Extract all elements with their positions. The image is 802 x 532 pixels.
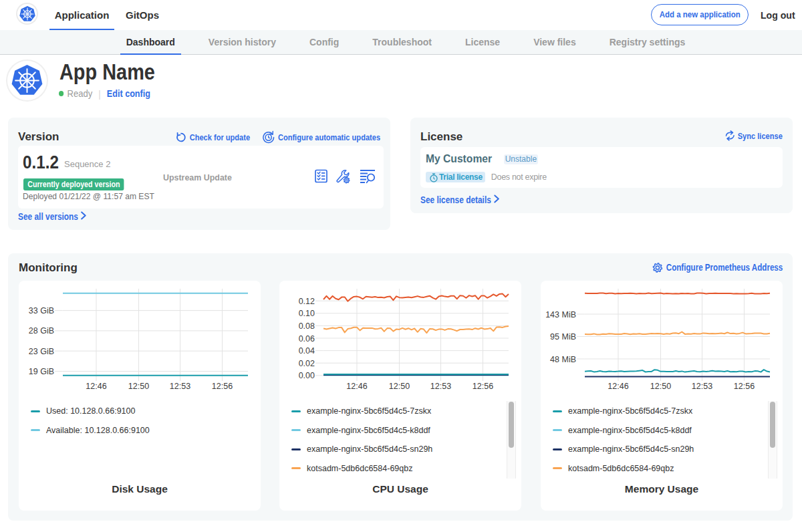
- svg-text:12:46: 12:46: [346, 382, 367, 391]
- svg-text:23 GiB: 23 GiB: [29, 347, 54, 356]
- svg-text:33 GiB: 33 GiB: [29, 306, 54, 315]
- svg-text:143 MiB: 143 MiB: [545, 310, 576, 319]
- svg-text:0.06: 0.06: [299, 334, 315, 344]
- svg-text:48 MiB: 48 MiB: [550, 355, 576, 364]
- svg-text:0.02: 0.02: [299, 359, 315, 368]
- svg-text:95 MiB: 95 MiB: [550, 332, 576, 342]
- svg-text:12:50: 12:50: [389, 382, 410, 391]
- svg-text:0.10: 0.10: [299, 309, 315, 318]
- svg-text:28 GiB: 28 GiB: [29, 326, 54, 336]
- svg-text:19 GiB: 19 GiB: [29, 367, 54, 376]
- svg-text:12:46: 12:46: [86, 382, 106, 391]
- svg-text:0.04: 0.04: [299, 346, 315, 356]
- svg-text:12:53: 12:53: [170, 382, 190, 391]
- svg-text:12:56: 12:56: [212, 382, 233, 391]
- svg-text:12:46: 12:46: [608, 382, 628, 391]
- svg-text:0.00: 0.00: [299, 371, 315, 380]
- svg-text:12:50: 12:50: [650, 382, 671, 391]
- svg-text:12:56: 12:56: [473, 382, 493, 391]
- svg-text:0.08: 0.08: [299, 321, 315, 331]
- svg-text:12:56: 12:56: [734, 382, 755, 391]
- svg-text:12:53: 12:53: [430, 382, 451, 391]
- svg-text:12:50: 12:50: [128, 382, 149, 391]
- svg-text:12:53: 12:53: [692, 382, 712, 391]
- svg-text:0.12: 0.12: [299, 297, 315, 306]
